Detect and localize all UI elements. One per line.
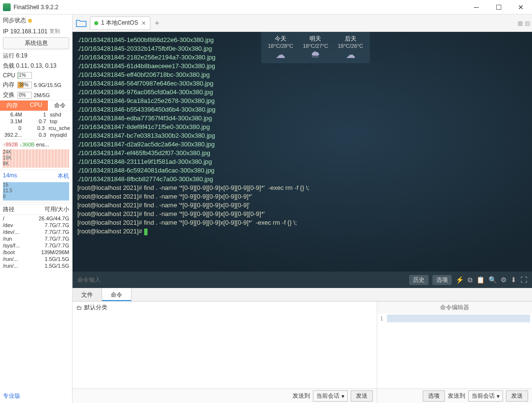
disk-row[interactable]: /boot139M/296M [0, 249, 72, 256]
disk-row[interactable]: /dev/...7.7G/7.7G [0, 229, 72, 235]
default-category[interactable]: 🗀 默认分类 [73, 302, 377, 314]
send-button[interactable]: 发送 [351, 390, 373, 402]
sidebar: 同步状态 IP 192.168.1.101 复制 系统信息 运行 6:19 负载… [0, 14, 73, 403]
search-icon[interactable]: 🔍 [488, 276, 497, 284]
bolt-icon[interactable]: ⚡ [456, 276, 464, 284]
line-number: 1 [380, 316, 383, 321]
latency-chart: 15 11.5 8 [3, 182, 69, 201]
cpu-meter: 1% [17, 72, 32, 79]
disk-row[interactable]: /run/...1.5G/1.5G [0, 262, 72, 269]
sync-label: 同步状态 [3, 16, 26, 25]
add-tab-button[interactable]: + [152, 19, 162, 28]
folder-icon: 🗀 [76, 304, 82, 311]
command-input-bar: 历史 选项 ⚡ ⧉ 📋 🔍 ⚙ ⬇ ⛶ [73, 272, 532, 288]
options-button[interactable]: 选项 [432, 275, 452, 285]
paste-icon[interactable]: 📋 [476, 276, 485, 284]
rain-icon: 🌧 [303, 49, 328, 60]
history-button[interactable]: 历史 [409, 275, 429, 285]
sync-status-dot [28, 19, 32, 23]
cpu-label: CPU [3, 72, 15, 79]
split-view-icon[interactable]: ▤ [525, 20, 530, 27]
local-label[interactable]: 本机 [58, 172, 69, 180]
terminal[interactable]: ./10/1634281845-1e500bf866d22e6-300x380.… [73, 32, 532, 288]
process-row[interactable]: 00.3rcu_sche [0, 125, 72, 131]
disk-row[interactable]: /sys/f...7.7G/7.7G [0, 242, 72, 249]
load-label: 负载 [3, 62, 15, 69]
tab-command[interactable]: 命令 [102, 288, 132, 301]
cloud-icon: ☁ [268, 49, 293, 60]
session-select[interactable]: 当前会话▾ [313, 390, 348, 402]
command-editor-panel: 命令编辑器 1 选项 发送到 当前会话▾ 发送 [377, 302, 532, 403]
tab-bar: 1 本地CentOS ✕ + ▦ ▤ [73, 14, 532, 32]
disk-table-header: 路径 可用/大小 [0, 204, 72, 215]
process-table-header: 内存 CPU 命令 [0, 100, 72, 111]
editor-title: 命令编辑器 [377, 302, 532, 314]
uptime-value: 6:19 [16, 52, 27, 59]
tab-label: 1 本地CentOS [101, 19, 138, 27]
tab-close-icon[interactable]: ✕ [141, 20, 146, 27]
tab-centos[interactable]: 1 本地CentOS ✕ [90, 16, 150, 30]
bottom-tab-bar: 文件 命令 [73, 288, 532, 302]
network-chart: 24K 16K 8K [3, 149, 69, 168]
mem-meter: 38% [17, 82, 32, 88]
swap-meter: 0% [17, 92, 32, 99]
copy-icon[interactable]: ⧉ [468, 276, 473, 284]
command-input[interactable] [77, 276, 405, 283]
minimize-button[interactable]: ─ [465, 0, 488, 14]
fullscreen-icon[interactable]: ⛶ [520, 276, 527, 284]
copy-ip-button[interactable]: 复制 [49, 28, 60, 35]
editor-session-select[interactable]: 当前会话▾ [468, 390, 503, 402]
grid-view-icon[interactable]: ▦ [517, 20, 523, 27]
send-to-label: 发送到 [448, 392, 465, 400]
download-icon[interactable]: ⬇ [511, 276, 517, 284]
uptime-label: 运行 [3, 52, 15, 59]
disk-row[interactable]: /26.4G/44.7G [0, 215, 72, 222]
disk-row[interactable]: /run/...1.5G/1.5G [0, 256, 72, 262]
send-to-label: 发送到 [293, 392, 310, 400]
cloud-icon: ☁ [338, 49, 363, 60]
app-icon [3, 3, 11, 11]
mem-value: 5.9G/15.5G [34, 82, 61, 88]
ip-value: 192.168.1.101 [10, 28, 47, 35]
weather-widget: 今天18°C/28°C☁ 明天18°C/27°C🌧 后天18°C/26°C☁ [261, 32, 370, 63]
process-row[interactable]: 392.2...0.3mysqld [0, 131, 72, 138]
titlebar: FinalShell 3.9.2.2 ─ ☐ ✕ [0, 0, 532, 14]
load-value: 0.11, 0.13, 0.13 [16, 62, 56, 69]
swap-value: 2M/5G [34, 92, 50, 98]
swap-label: 交换 [3, 91, 15, 99]
process-row[interactable]: 3.1M0.7top [0, 118, 72, 125]
maximize-button[interactable]: ☐ [488, 0, 510, 14]
tab-file[interactable]: 文件 [73, 288, 102, 301]
editor-send-button[interactable]: 发送 [506, 390, 528, 402]
mem-label: 内存 [3, 81, 15, 89]
system-info-button[interactable]: 系统信息 [3, 37, 69, 49]
latency-value: 14ms [3, 172, 17, 180]
process-row[interactable]: 6.4M1sshd [0, 111, 72, 118]
pro-version-link[interactable]: 专业版 [0, 389, 72, 403]
editor-options-button[interactable]: 选项 [423, 390, 445, 402]
disk-row[interactable]: /dev7.7G/7.7G [0, 222, 72, 229]
command-list-panel: 🗀 默认分类 发送到 当前会话▾ 发送 [73, 302, 377, 403]
app-title: FinalShell 3.9.2.2 [14, 4, 59, 11]
connection-dot-icon [94, 21, 98, 25]
folder-icon[interactable] [74, 18, 88, 29]
ip-label: IP [3, 28, 8, 35]
close-button[interactable]: ✕ [510, 0, 532, 14]
editor-body[interactable]: 1 [377, 314, 532, 389]
disk-row[interactable]: /run7.7G/7.7G [0, 235, 72, 242]
settings-icon[interactable]: ⚙ [501, 276, 507, 284]
network-stats: ↑892B ↓360B ens... [0, 141, 72, 148]
